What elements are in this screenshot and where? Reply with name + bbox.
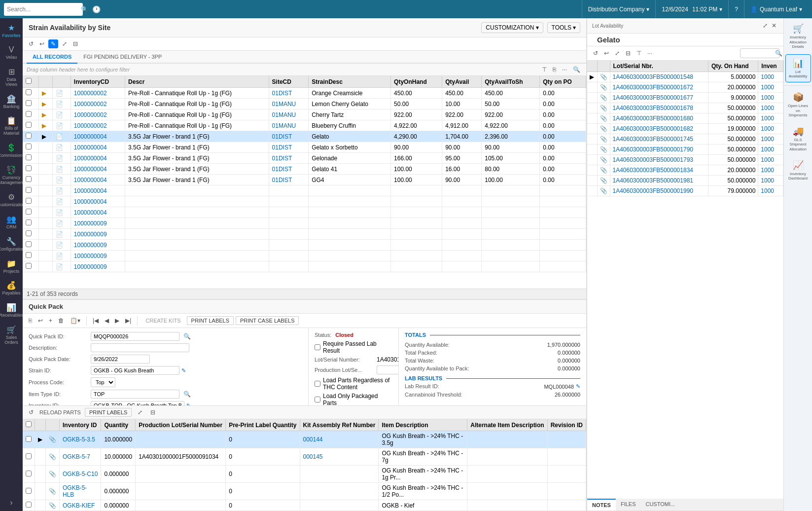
table-row[interactable]: 📎 OGKB-5-HLB 0.000000 0 OG Kush Breath -… [23,483,586,500]
table-row[interactable]: 📎 OGKB-KIEF 0.000000 0 OGKB - Kief [23,500,586,511]
process-code-select[interactable]: Top [91,377,115,387]
customization-button[interactable]: CUSTOMIZATION ▾ [481,22,543,33]
table-row[interactable]: 📎 1A4060300003FB5000001678 50.000000 100… [587,103,783,113]
ra-btn-inventory-allocation[interactable]: 🛒 Inventory Allocation Details [785,20,811,52]
rp-expand-button[interactable]: ⤢ [761,21,770,30]
table-row[interactable]: 📄 1000000004 3.5G Jar Flower - brand 1 (… [23,164,586,175]
help-button[interactable]: ? [728,0,744,18]
reload-refresh-icon[interactable]: ↺ [27,408,35,417]
inven-link[interactable]: 1000 [761,156,774,163]
tab-all-records[interactable]: ALL RECORDS [27,51,77,64]
sidebar-item-projects[interactable]: 📁 Projects [1,256,22,277]
rp-tab-notes[interactable]: NOTES [587,499,616,511]
sidebar-item-customization[interactable]: ⚙ Customization [1,189,22,211]
search-box[interactable]: 🔍 [4,3,83,16]
table-row[interactable]: 📎 OGKB-5-C10 0.000000 0 OG Kush Breath -… [23,466,586,483]
table-row[interactable]: 📎 1A4060300003FB5000001981 50.000000 100… [587,176,783,186]
qp-inv-link[interactable]: OGKB-5-3.5 [63,436,95,443]
table-row[interactable]: 📄1000000004 [23,196,586,207]
qp-first-button[interactable]: |◀ [91,316,101,325]
table-row[interactable]: 📄1000000009 [23,261,586,272]
table-row[interactable]: 📎 1A4060300003FB5000001682 19.000000 100… [587,124,783,134]
qp-inv-link[interactable]: OGKB-5-HLB [63,484,87,498]
site-link[interactable]: 01DIST [272,90,292,97]
user-button[interactable]: 👤 Quantum Leaf ▾ [744,0,808,18]
inven-link[interactable]: 1000 [761,187,774,194]
qp-select-all[interactable] [26,421,32,427]
rp-search-input[interactable] [743,50,775,56]
sidebar-item-salesorders[interactable]: 🛒 Sales Orders [1,322,22,348]
lot-link[interactable]: 1A4060300003FB5000001682 [613,125,694,132]
inventory-link[interactable]: 1000000002 [74,122,107,129]
inven-link[interactable]: 1000 [761,84,774,91]
site-link[interactable]: 01DIST [272,166,292,173]
inven-link[interactable]: 1000 [761,94,774,101]
create-kits-button[interactable]: CREATE KITS [141,317,184,325]
print-labels-bottom-button[interactable]: PRINT LABELS [85,408,132,417]
table-row[interactable]: 📄1000000009 [23,229,586,240]
site-link[interactable]: 01MANU [272,101,296,108]
table-row[interactable]: 📎 1A4060300003FB5000001680 50.000000 100… [587,113,783,124]
rp-tab-customize[interactable]: CUSTOMI... [640,499,680,511]
inven-link[interactable]: 1000 [761,146,774,153]
more-icon[interactable]: ··· [560,65,569,74]
qp-kit-ref-link[interactable]: 000145 [303,453,323,460]
quick-pack-id-input[interactable] [91,332,179,341]
recent-icon[interactable]: 🕐 [91,4,102,15]
qp-delete-button[interactable]: 🗑 [56,316,66,325]
qp-add-button[interactable]: + [47,316,54,325]
inventory-link[interactable]: 1000000004 [74,166,107,173]
row-checkbox[interactable] [26,122,32,128]
row-checkbox[interactable] [26,133,32,139]
load-only-checkbox[interactable] [315,397,320,402]
ra-btn-inventory-dashboard[interactable]: 📈 Inventory Dashboard [785,157,811,184]
table-row[interactable]: 📄1000000004 [23,207,586,218]
table-row[interactable]: ▶ 📄 1000000002 Pre-Roll - Cannatique Rol… [23,120,586,131]
inven-link[interactable]: 1000 [761,73,774,80]
table-row[interactable]: 📄1000000004 [23,185,586,196]
site-link[interactable]: 01DIST [272,144,292,151]
sidebar-item-commissions[interactable]: 💲 Commissions [1,140,22,161]
lot-link[interactable]: 1A4060300003FB5000001745 [613,136,694,143]
qp-last-button[interactable]: ▶| [123,316,133,325]
expand-button[interactable]: ⊟ [71,39,80,48]
lot-link[interactable]: 1A4060300003FB5000001990 [613,187,694,194]
ra-btn-lot-availability[interactable]: 📊 Lot Availability [785,54,811,82]
ra-btn-open-lines[interactable]: 📦 Open Lines on Shipments [785,89,811,121]
inven-link[interactable]: 1000 [761,105,774,111]
quick-pack-date-input[interactable] [91,355,150,364]
fit-button[interactable]: ⤢ [60,39,69,48]
lot-link[interactable]: 1A4060300003FB5000001548 [613,73,694,80]
table-row[interactable]: ▶ 📄 1000000002 Pre-Roll - Cannatique Rol… [23,99,586,110]
description-input[interactable] [91,343,189,352]
ra-btn-gls-shipment[interactable]: 🚚 GLS Shipment Allocation [785,123,811,155]
lot-link[interactable]: 1A4060300003FB5000001678 [613,105,694,111]
sidebar-item-configuration[interactable]: 🔧 Configuration [1,234,22,255]
reload-parts-button[interactable]: RELOAD PARTS [39,409,81,415]
lab-result-edit-icon[interactable]: ✎ [576,383,580,390]
rp-more-button[interactable]: ··· [645,49,654,58]
date-button[interactable]: 12/6/2024 11:02 PM ▾ [655,0,728,18]
inven-link[interactable]: 1000 [761,136,774,143]
sidebar-item-banking[interactable]: 🏦 Banking [1,91,22,112]
lot-link[interactable]: 1A4060300003FB5000001790 [613,146,694,153]
sidebar-item-payables[interactable]: 💰 Payables [1,278,22,299]
qp-inv-link[interactable]: OGKB-5-C10 [63,471,98,477]
lot-link[interactable]: 1A4060300003FB5000001793 [613,156,694,163]
table-row[interactable]: 📎 1A4060300003FB5000001790 50.000000 100… [587,145,783,155]
row-checkbox[interactable] [26,89,32,95]
sidebar-expand-button[interactable]: › [6,494,16,511]
undo-button[interactable]: ↩ [37,39,46,48]
lot-link[interactable]: 1A4060300003FB5000001672 [613,84,694,91]
inventory-link[interactable]: 1000000002 [74,90,107,97]
tools-button[interactable]: TOOLS ▾ [547,22,580,33]
table-row[interactable]: 📎 1A4060300003FB5000001745 50.000000 100… [587,134,783,145]
tab-fgi-pending[interactable]: FGI PENDING DELIVERY - 3PP [77,51,168,64]
rp-close-button[interactable]: ✕ [770,21,778,30]
strain-id-input[interactable] [91,366,179,375]
load-parts-checkbox[interactable] [315,381,320,387]
row-checkbox[interactable] [26,144,32,149]
row-checkbox[interactable] [26,111,32,117]
table-row[interactable]: 📎 1A4060300003FB5000001677 9.000000 1000 [587,93,783,103]
company-button[interactable]: Distribution Company ▾ [582,0,656,18]
